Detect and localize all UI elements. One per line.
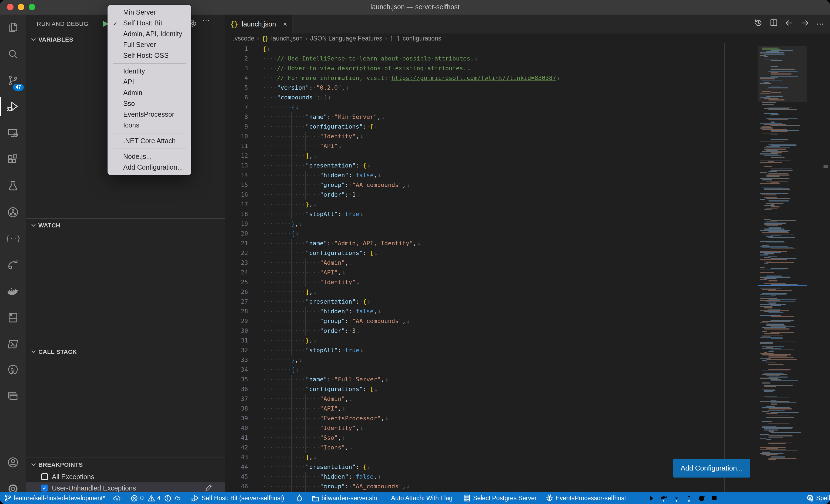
line-number[interactable]: 18: [225, 210, 261, 219]
code-line[interactable]: 28················"hidden":·false,↓: [225, 307, 830, 316]
code-line[interactable]: 19········},↓: [225, 219, 830, 229]
status-warning[interactable]: 4: [148, 495, 161, 502]
menu-item-sso[interactable]: Sso: [107, 98, 191, 109]
checkbox[interactable]: ✓: [41, 484, 48, 492]
line-number[interactable]: 17: [225, 200, 261, 210]
menu-item-identity[interactable]: Identity: [107, 66, 191, 77]
code-line[interactable]: 40················"Identity",↓: [225, 424, 830, 433]
timeline-icon[interactable]: [754, 19, 762, 29]
code-line[interactable]: 9············"configurations":·[↓: [225, 122, 830, 132]
menu-item-admin[interactable]: Admin: [107, 88, 191, 98]
status-auto-attach-with-flag[interactable]: Auto Attach: With Flag: [391, 495, 452, 501]
code-line[interactable]: 23················"Admin",↓: [225, 258, 830, 268]
activity-run-and-debug-icon[interactable]: [0, 94, 26, 120]
section-header-watch[interactable]: WATCH: [26, 219, 225, 231]
code-line[interactable]: 12············],↓: [225, 151, 830, 161]
line-number[interactable]: 4: [225, 73, 261, 83]
checkbox[interactable]: [41, 473, 48, 480]
step-out-icon[interactable]: [686, 495, 693, 502]
status-error[interactable]: 0: [131, 495, 144, 502]
activity-search-icon[interactable]: [0, 41, 26, 67]
code-line[interactable]: 26············],↓: [225, 288, 830, 297]
activity-rest-brackets-icon[interactable]: {··}: [0, 226, 26, 251]
menu-item-api[interactable]: API: [107, 77, 191, 88]
code-line[interactable]: 2····//·Use·IntelliSense·to·learn·about·…: [225, 54, 830, 64]
activity-powershell-icon[interactable]: [0, 331, 26, 357]
code-line[interactable]: 25················"Identity"↓: [225, 278, 830, 288]
line-number[interactable]: 20: [225, 229, 261, 239]
line-number[interactable]: 15: [225, 180, 261, 190]
line-number[interactable]: 36: [225, 384, 261, 394]
line-number[interactable]: 23: [225, 258, 261, 268]
activity-source-control-icon[interactable]: 47: [0, 67, 26, 93]
line-number[interactable]: 2: [225, 54, 261, 64]
activity-extensions-icon[interactable]: [0, 146, 26, 172]
menu-item-full-server[interactable]: Full Server: [107, 39, 191, 50]
code-line[interactable]: 20········{↓: [225, 229, 830, 239]
code-line[interactable]: 29················"group":·"AA_compounds…: [225, 316, 830, 326]
status-debug[interactable]: Self Host: Bit (server-selfhost): [191, 494, 284, 502]
code-line[interactable]: 31············},↓: [225, 336, 830, 346]
status-info[interactable]: 75: [164, 495, 181, 502]
line-number[interactable]: 33: [225, 356, 261, 365]
line-number[interactable]: 9: [225, 122, 261, 132]
code-line[interactable]: 16················"order":·1↓: [225, 190, 830, 200]
code-line[interactable]: 32············"stopAll":·true↓: [225, 346, 830, 356]
forward-icon[interactable]: [801, 19, 809, 29]
breadcrumb-item[interactable]: .vscode: [233, 35, 254, 42]
code-line[interactable]: 34········{↓: [225, 365, 830, 375]
activity-window-layouts-icon[interactable]: [0, 383, 26, 409]
activity-postgresql-icon[interactable]: [0, 357, 26, 383]
line-number[interactable]: 5: [225, 83, 261, 93]
pause-icon[interactable]: [635, 495, 641, 502]
activity-testing-icon[interactable]: [0, 173, 26, 199]
code-line[interactable]: 6····"compounds":·[↓: [225, 93, 830, 103]
line-number[interactable]: 29: [225, 316, 261, 326]
code-line[interactable]: 11················"API"↓: [225, 141, 830, 151]
menu-item-self-host-oss[interactable]: Self Host: OSS: [107, 50, 191, 61]
activity-live-share-icon[interactable]: [0, 252, 26, 278]
code-line[interactable]: 5····"version":·"0.2.0",↓: [225, 83, 830, 93]
restart-icon[interactable]: [698, 495, 705, 502]
activity-git-graph-icon[interactable]: [0, 199, 26, 225]
code-line[interactable]: 30················"order":·3↓: [225, 326, 830, 336]
code-line[interactable]: 14················"hidden":·false,↓: [225, 171, 830, 180]
line-number[interactable]: 24: [225, 268, 261, 278]
code-editor[interactable]: 1{↓2····//·Use·IntelliSense·to·learn·abo…: [225, 43, 830, 492]
code-line[interactable]: 42················"Icons",↓: [225, 443, 830, 453]
stop-icon[interactable]: [711, 495, 718, 501]
activity-accounts-icon[interactable]: [0, 449, 26, 475]
step-over-icon[interactable]: [660, 495, 668, 502]
line-number[interactable]: 44: [225, 462, 261, 472]
code-line[interactable]: 15················"group":·"AA_compounds…: [225, 180, 830, 190]
line-number[interactable]: 1: [225, 44, 261, 54]
line-number[interactable]: 10: [225, 132, 261, 141]
line-number[interactable]: 21: [225, 239, 261, 248]
line-number[interactable]: 35: [225, 375, 261, 384]
status-flame[interactable]: [296, 494, 302, 502]
line-number[interactable]: 22: [225, 248, 261, 258]
line-number[interactable]: 28: [225, 307, 261, 316]
breakpoint-row[interactable]: All Exceptions: [26, 471, 225, 482]
code-line[interactable]: 41················"Sso",↓: [225, 433, 830, 443]
status-spell-checker[interactable]: Spell: [806, 494, 830, 502]
line-number[interactable]: 40: [225, 424, 261, 433]
menu-item-add-configuration-[interactable]: Add Configuration...: [107, 162, 191, 173]
menu-item-self-host-bit[interactable]: ✓Self Host: Bit: [107, 18, 191, 29]
line-number[interactable]: 39: [225, 414, 261, 424]
line-number[interactable]: 14: [225, 171, 261, 180]
breadcrumb-item[interactable]: configurations: [403, 35, 441, 42]
step-into-icon[interactable]: [674, 495, 680, 502]
line-number[interactable]: 32: [225, 346, 261, 356]
status-solution[interactable]: bitwarden-server.sln: [312, 495, 377, 502]
status-bug[interactable]: EventsProcessor-selfhost: [546, 494, 626, 502]
minimap[interactable]: [758, 43, 807, 492]
activity-explorer-icon[interactable]: [0, 14, 26, 40]
code-line[interactable]: 10················"Identity",↓: [225, 132, 830, 141]
back-icon[interactable]: [785, 19, 793, 29]
line-number[interactable]: 12: [225, 151, 261, 161]
code-line[interactable]: 4····//·For·more·information,·visit:·htt…: [225, 73, 830, 83]
line-number[interactable]: 27: [225, 297, 261, 307]
status-cloud-upload[interactable]: [113, 495, 121, 502]
menu-item-icons[interactable]: Icons: [107, 120, 191, 131]
